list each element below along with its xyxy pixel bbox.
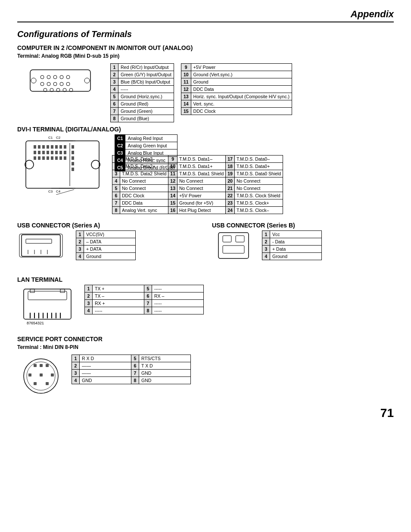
pin-desc: No Connect xyxy=(120,177,168,185)
table-row: 11Ground xyxy=(181,78,292,86)
pin-number: 23 xyxy=(226,199,235,207)
svg-rect-87 xyxy=(34,364,37,367)
table-row: 14Vert. sync. xyxy=(181,100,292,108)
table-row: 3+ Data xyxy=(262,246,322,253)
table-row: 3T.M.D.S. Data2 Shield11T.M.D.S. Data1 S… xyxy=(112,170,283,177)
lan-title: LAN TERMINAL xyxy=(17,276,394,283)
svg-point-4 xyxy=(60,75,63,79)
svg-rect-23 xyxy=(26,141,99,188)
usb-b-content: 1Vcc2- Data3+ Data4Ground xyxy=(212,230,394,265)
pin-number: 8 xyxy=(144,307,152,314)
pin-desc: Analog Vert. sync xyxy=(120,207,168,214)
svg-rect-44 xyxy=(42,156,45,160)
table-row: 8Ground (Blue) xyxy=(111,115,174,122)
svg-rect-47 xyxy=(55,156,58,160)
table-row: 2- Data xyxy=(262,238,322,246)
svg-point-25 xyxy=(91,160,100,169)
pin-number: 2 xyxy=(262,238,270,246)
svg-point-2 xyxy=(47,75,50,79)
pin-desc: GND xyxy=(80,377,131,384)
svg-rect-39 xyxy=(55,151,58,154)
pin-number: 5 xyxy=(131,355,139,362)
table-row: 4No Connect12No Connect20No Connect xyxy=(112,177,283,185)
main-title: Configurations of Terminals xyxy=(17,29,394,39)
svg-rect-38 xyxy=(51,151,53,154)
svg-rect-35 xyxy=(38,151,40,154)
table-row: 2T.M.D.S. Data2+10T.M.D.S. Data1+18T.M.D… xyxy=(112,163,283,170)
table-row: 4----- xyxy=(111,86,174,93)
table-row: 5Ground (Horiz.sync.) xyxy=(111,93,174,100)
table-row: 4Ground xyxy=(76,253,136,260)
table-row: C2Analog Green Input xyxy=(115,142,177,149)
svg-rect-0 xyxy=(30,70,90,91)
pin-desc: R X D xyxy=(80,355,131,362)
section-dvi: DVI-I TERMINAL (DIGITAL/ANALOG) C1 C2 C3… xyxy=(17,126,394,214)
table-row: 2– DATA xyxy=(76,238,136,246)
pin-number: 6 xyxy=(131,362,139,370)
vga-pin-table: 1Red (R/Cr) Input/Output2Green (G/Y) Inp… xyxy=(110,63,174,122)
pin-number: 14 xyxy=(181,100,191,108)
pin-number: 7 xyxy=(144,300,152,307)
table-row: 4GND8GND xyxy=(72,377,191,384)
pin-number: 3 xyxy=(111,78,118,86)
svg-rect-42 xyxy=(34,156,36,160)
pin-desc: DDC Clock xyxy=(191,108,292,115)
service-subtitle: Terminal : Mini DIN 8-PIN xyxy=(17,344,394,350)
vga-connector-svg xyxy=(17,63,103,98)
svg-rect-34 xyxy=(34,151,36,154)
dvi-main-table: 1T.M.D.S. Data2–9T.M.D.S. Data1–17T.M.D.… xyxy=(112,155,283,214)
pin-number: 15 xyxy=(168,199,177,207)
pin-number: 15 xyxy=(181,108,191,115)
svg-point-9 xyxy=(60,82,63,86)
svg-point-1 xyxy=(40,75,44,79)
pin-desc: Analog Blue Input xyxy=(125,149,177,157)
svg-rect-71 xyxy=(223,246,244,253)
pin-number: 4 xyxy=(76,253,84,260)
pin-desc: + DATA xyxy=(84,246,136,253)
svg-rect-54 xyxy=(72,162,74,165)
pin-desc: RX – xyxy=(152,292,204,300)
table-row: 4-----8----- xyxy=(85,307,204,314)
table-row: 3Blue (B/Cb) Input/Output xyxy=(111,78,174,86)
svg-text:C2: C2 xyxy=(56,136,61,140)
pin-desc: Ground (Green) xyxy=(118,108,174,115)
pin-number: 7 xyxy=(111,108,118,115)
pin-desc: – DATA xyxy=(84,238,136,246)
table-row: 12DDC Data xyxy=(181,86,292,93)
svg-rect-69 xyxy=(223,236,231,242)
pin-desc: VCC(5V) xyxy=(84,231,136,238)
pin-number: C2 xyxy=(115,142,125,149)
svg-rect-94 xyxy=(46,382,49,385)
svg-rect-33 xyxy=(64,145,66,149)
pin-desc: Green (G/Y) Input/Output xyxy=(118,71,174,78)
svg-text:C4: C4 xyxy=(56,190,61,193)
pin-number: 3 xyxy=(262,246,270,253)
svg-rect-53 xyxy=(72,156,74,160)
pin-desc: Ground xyxy=(84,253,136,260)
pin-number: 13 xyxy=(181,93,191,100)
table-row: 4Ground xyxy=(262,253,322,260)
table-row: 1TX +5----- xyxy=(85,285,204,292)
pin-desc: Blue (B/Cb) Input/Output xyxy=(118,78,174,86)
svg-point-7 xyxy=(47,82,50,86)
svg-rect-46 xyxy=(51,156,53,160)
usb-b-diagram xyxy=(212,230,255,265)
svg-rect-93 xyxy=(34,382,37,385)
service-content: 1R X D5RTS/CTS2——6T X D3——7GND4GND8GND xyxy=(17,355,394,398)
svg-text:87654321: 87654321 xyxy=(27,321,44,325)
svg-rect-28 xyxy=(42,145,45,149)
pin-number: C1 xyxy=(115,135,125,142)
table-row: 1VCC(5V) xyxy=(76,231,136,238)
svg-rect-92 xyxy=(51,373,54,376)
lan-pin-table: 1TX +5-----2TX –6RX –3RX +7-----4-----8-… xyxy=(84,285,204,314)
usb-a-svg xyxy=(17,230,69,265)
pin-number: 1 xyxy=(262,231,270,238)
pin-desc: Ground (Blue) xyxy=(118,115,174,122)
table-row: 8Analog Vert. sync16Hot Plug Detect24T.M… xyxy=(112,207,283,214)
table-row: 1Red (R/Cr) Input/Output xyxy=(111,64,174,71)
pin-desc: ----- xyxy=(152,285,204,292)
page-number: 71 xyxy=(17,406,394,420)
pin-desc: +5V Power xyxy=(177,192,225,199)
service-svg xyxy=(17,355,65,398)
pin-number: 24 xyxy=(226,207,235,214)
